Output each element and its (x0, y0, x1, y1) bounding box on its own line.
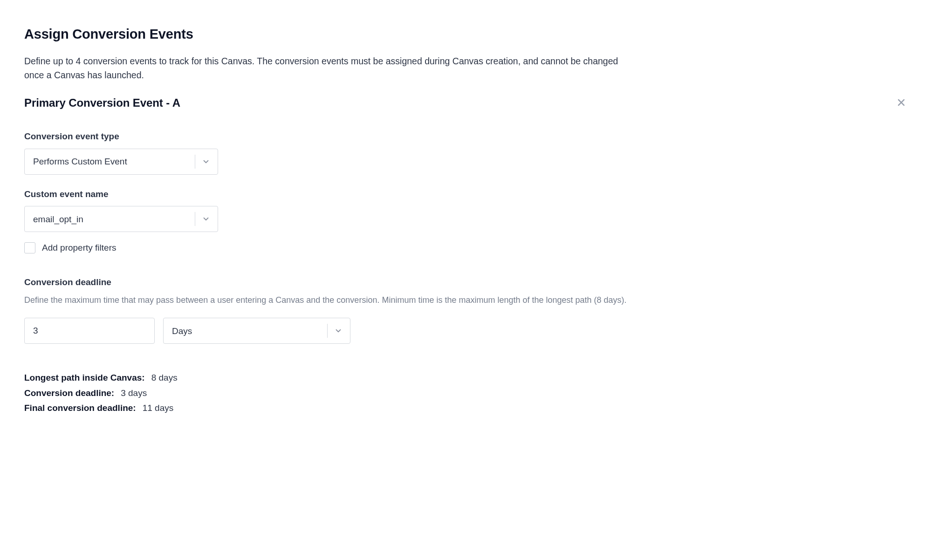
close-button[interactable] (895, 96, 908, 110)
deadline-inputs: Days (24, 318, 908, 344)
page-description: Define up to 4 conversion events to trac… (24, 54, 630, 82)
summary-block: Longest path inside Canvas: 8 days Conve… (24, 371, 908, 415)
summary-final-deadline-value: 11 days (143, 401, 174, 415)
summary-final-deadline-label: Final conversion deadline: (24, 401, 136, 415)
summary-final-deadline: Final conversion deadline: 11 days (24, 401, 908, 415)
deadline-label: Conversion deadline (24, 276, 908, 289)
event-type-select[interactable]: Performs Custom Event (24, 149, 218, 175)
summary-conversion-deadline-value: 3 days (121, 386, 147, 400)
chevron-down-icon (334, 327, 343, 335)
select-divider (195, 155, 195, 169)
event-type-value: Performs Custom Event (33, 155, 127, 168)
event-name-field: Custom event name email_opt_in Add prope… (24, 188, 908, 254)
summary-longest-path-value: 8 days (151, 371, 178, 385)
event-name-label: Custom event name (24, 188, 908, 201)
section-header: Primary Conversion Event - A (24, 95, 908, 111)
deadline-field: Conversion deadline Define the maximum t… (24, 276, 908, 344)
event-name-value: email_opt_in (33, 213, 83, 226)
deadline-help-text: Define the maximum time that may pass be… (24, 294, 908, 307)
deadline-number-input[interactable] (24, 318, 155, 344)
select-divider (327, 324, 328, 338)
property-filters-row: Add property filters (24, 241, 908, 254)
close-icon (897, 98, 906, 109)
select-divider (195, 212, 195, 226)
chevron-down-icon (202, 215, 210, 223)
property-filters-label: Add property filters (42, 241, 116, 254)
deadline-unit-value: Days (172, 325, 192, 338)
property-filters-checkbox[interactable] (24, 242, 35, 253)
chevron-down-icon (202, 157, 210, 166)
event-name-select[interactable]: email_opt_in (24, 206, 218, 232)
summary-longest-path: Longest path inside Canvas: 8 days (24, 371, 908, 385)
summary-conversion-deadline: Conversion deadline: 3 days (24, 386, 908, 400)
event-type-label: Conversion event type (24, 130, 908, 143)
summary-conversion-deadline-label: Conversion deadline: (24, 386, 114, 400)
page-title: Assign Conversion Events (24, 24, 908, 44)
deadline-unit-select[interactable]: Days (163, 318, 350, 344)
section-title: Primary Conversion Event - A (24, 95, 180, 111)
event-type-field: Conversion event type Performs Custom Ev… (24, 130, 908, 175)
summary-longest-path-label: Longest path inside Canvas: (24, 371, 145, 385)
